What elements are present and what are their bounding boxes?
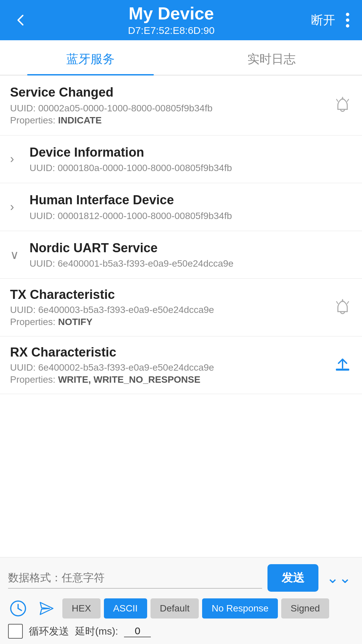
service-props: Properties: INDICATE	[10, 115, 328, 126]
chevron-down-icon: ∨	[10, 248, 23, 262]
service-item-device-information[interactable]: › Device Information UUID: 0000180a-0000…	[0, 136, 362, 183]
send-button[interactable]: 发送	[267, 564, 318, 592]
format-default-button[interactable]: Default	[150, 598, 199, 619]
characteristic-uuid: UUID: 6e400003-b5a3-f393-e0a9-e50e24dcca…	[10, 305, 328, 315]
svg-rect-2	[336, 369, 349, 371]
service-item-hid[interactable]: › Human Interface Device UUID: 00001812-…	[0, 183, 362, 231]
tab-realtime-log[interactable]: 实时日志	[181, 40, 362, 75]
chevron-right-icon: ›	[10, 200, 23, 214]
service-item-nordic-uart: ∨ Nordic UART Service UUID: 6e400001-b5a…	[0, 231, 362, 394]
format-row: HEX ASCII Default No Response Signed	[8, 598, 354, 619]
chevron-right-icon: ›	[10, 152, 23, 166]
loop-label: 循环发送	[29, 625, 69, 638]
tab-bar: 蓝牙服务 实时日志	[0, 40, 362, 75]
characteristic-item-tx: TX Characteristic UUID: 6e400003-b5a3-f3…	[0, 278, 362, 336]
service-name: Human Interface Device	[29, 193, 352, 208]
service-name: Device Information	[29, 145, 352, 160]
bottom-panel: 发送 ⌄⌄ HEX ASCII Default No	[0, 557, 362, 644]
more-menu-button[interactable]	[343, 10, 352, 30]
svg-line-5	[18, 608, 21, 610]
bell-button-tx[interactable]	[333, 298, 352, 317]
service-list: Service Changed UUID: 00002a05-0000-1000…	[0, 75, 362, 394]
format-ascii-button[interactable]: ASCII	[104, 598, 147, 619]
tab-ble-service[interactable]: 蓝牙服务	[0, 40, 181, 75]
header-actions: 断开	[311, 10, 352, 30]
input-row: 发送 ⌄⌄	[8, 564, 354, 592]
double-chevron-down-icon: ⌄⌄	[326, 571, 351, 585]
delay-input[interactable]	[124, 625, 151, 637]
characteristic-item-rx: RX Characteristic UUID: 6e400002-b5a3-f3…	[0, 336, 362, 394]
service-uuid: UUID: 0000180a-0000-1000-8000-00805f9b34…	[29, 163, 352, 173]
disconnect-button[interactable]: 断开	[311, 12, 335, 29]
characteristic-name: RX Characteristic	[10, 345, 328, 360]
device-mac: D7:E7:52:E8:6D:90	[128, 25, 215, 36]
format-noresponse-button[interactable]: No Response	[202, 598, 278, 619]
delay-label: 延时(ms):	[75, 625, 118, 638]
expand-button[interactable]: ⌄⌄	[324, 568, 354, 588]
format-signed-button[interactable]: Signed	[281, 598, 329, 619]
characteristic-uuid: UUID: 6e400002-b5a3-f393-e0a9-e50e24dcca…	[10, 362, 328, 373]
service-name: Nordic UART Service	[29, 240, 352, 256]
service-uuid: UUID: 00002a05-0000-1000-8000-00805f9b34…	[10, 103, 328, 114]
upload-button-rx[interactable]	[333, 356, 352, 375]
service-name: Service Changed	[10, 85, 328, 100]
format-hex-button[interactable]: HEX	[62, 598, 101, 619]
header-title-block: My Device D7:E7:52:E8:6D:90	[32, 4, 311, 36]
bell-button-service-changed[interactable]	[333, 96, 352, 115]
send-icon[interactable]	[36, 598, 56, 619]
service-item-service-changed: Service Changed UUID: 00002a05-0000-1000…	[0, 75, 362, 136]
device-name: My Device	[129, 4, 214, 23]
characteristic-props: Properties: WRITE, WRITE_NO_RESPONSE	[10, 374, 328, 385]
header: My Device D7:E7:52:E8:6D:90 断开	[0, 0, 362, 40]
back-button[interactable]	[10, 9, 32, 31]
characteristic-props: Properties: NOTIFY	[10, 317, 328, 327]
service-uuid: UUID: 6e400001-b5a3-f393-e0a9-e50e24dcca…	[29, 258, 352, 269]
clock-icon[interactable]	[8, 598, 28, 619]
characteristic-name: TX Characteristic	[10, 287, 328, 302]
service-uuid: UUID: 00001812-0000-1000-8000-00805f9b34…	[29, 211, 352, 221]
loop-checkbox[interactable]	[8, 624, 23, 639]
format-buttons: HEX ASCII Default No Response Signed	[62, 598, 354, 619]
data-input[interactable]	[8, 568, 262, 589]
loop-row: 循环发送 延时(ms):	[8, 624, 354, 639]
